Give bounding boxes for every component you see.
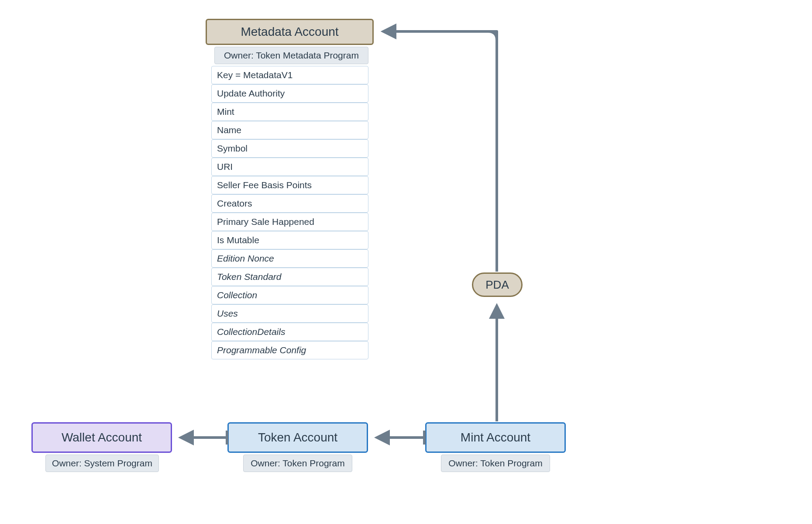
diagram-canvas: Metadata Account Owner: Token Metadata P… bbox=[0, 0, 812, 524]
metadata-field-row: Symbol bbox=[211, 139, 368, 158]
metadata-field-row: Name bbox=[211, 121, 368, 139]
metadata-field-row: Token Standard bbox=[211, 268, 368, 286]
metadata-field-row: Creators bbox=[211, 194, 368, 213]
metadata-account-box: Metadata Account bbox=[206, 19, 374, 45]
metadata-field-row: URI bbox=[211, 158, 368, 176]
metadata-field-row: Primary Sale Happened bbox=[211, 213, 368, 231]
metadata-field-row: Uses bbox=[211, 304, 368, 323]
metadata-field-row: Update Authority bbox=[211, 84, 368, 103]
token-owner-label: Owner: Token Program bbox=[243, 455, 352, 472]
wallet-owner-label: Owner: System Program bbox=[45, 455, 159, 472]
metadata-field-row: Is Mutable bbox=[211, 231, 368, 249]
metadata-owner-label: Owner: Token Metadata Program bbox=[214, 47, 368, 64]
metadata-field-row: Key = MetadataV1 bbox=[211, 66, 368, 84]
token-account-box: Token Account bbox=[227, 422, 368, 453]
metadata-field-row: Collection bbox=[211, 286, 368, 304]
metadata-field-row: Seller Fee Basis Points bbox=[211, 176, 368, 194]
metadata-field-row: Programmable Config bbox=[211, 341, 368, 359]
metadata-field-row: CollectionDetails bbox=[211, 323, 368, 341]
pda-node: PDA bbox=[472, 272, 523, 297]
metadata-field-row: Mint bbox=[211, 103, 368, 121]
mint-account-box: Mint Account bbox=[425, 422, 566, 453]
metadata-field-row: Edition Nonce bbox=[211, 249, 368, 268]
metadata-fields-list: Key = MetadataV1Update AuthorityMintName… bbox=[211, 66, 368, 359]
mint-owner-label: Owner: Token Program bbox=[441, 455, 550, 472]
wallet-account-box: Wallet Account bbox=[31, 422, 172, 453]
